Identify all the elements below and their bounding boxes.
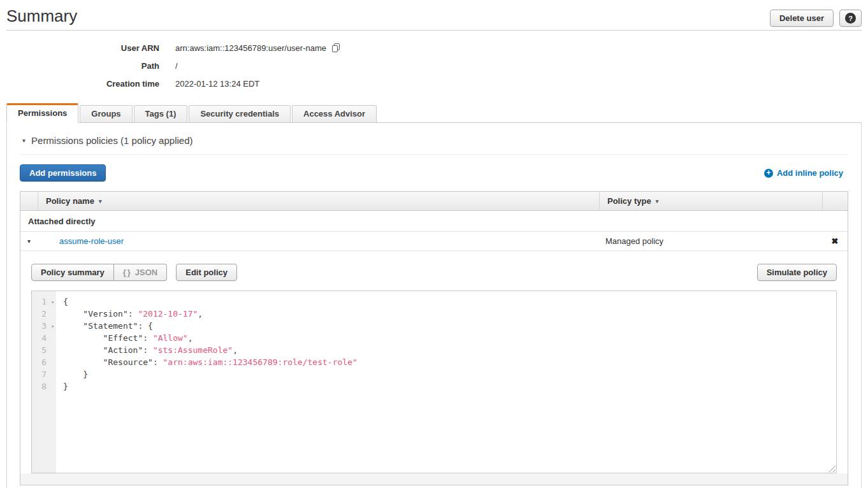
attached-directly-group-row: Attached directly — [20, 211, 848, 232]
gutter-line-3: 3▾ — [32, 320, 56, 332]
detail-label: User ARN — [0, 43, 159, 53]
fold-caret-icon[interactable]: ▾ — [51, 320, 54, 333]
help-button[interactable]: ? — [839, 10, 862, 27]
add-inline-policy-label: Add inline policy — [777, 168, 843, 178]
page-title: Summary — [6, 6, 77, 26]
delete-user-button[interactable]: Delete user — [770, 10, 834, 27]
remove-policy-x-icon[interactable]: ✖ — [832, 236, 839, 246]
tab-security-credentials[interactable]: Security credentials — [189, 105, 291, 123]
policy-name-column-header[interactable]: Policy name ▾ — [38, 192, 599, 210]
fold-caret-icon[interactable]: ▾ — [51, 296, 54, 308]
tab-access-advisor[interactable]: Access Advisor — [292, 105, 377, 123]
edit-policy-button[interactable]: Edit policy — [176, 264, 237, 281]
sort-caret-icon: ▾ — [656, 198, 659, 205]
json-button-label: JSON — [135, 268, 157, 277]
gutter-line-1: 1▾ — [32, 296, 56, 308]
code-line-5: "Action": "sts:AssumeRole", — [63, 344, 358, 356]
editor-resize-handle[interactable] — [827, 464, 835, 472]
plus-circle-icon: + — [764, 169, 773, 178]
code-line-6: "Resource": "arn:aws:iam::123456789:role… — [63, 356, 358, 368]
add-permissions-button[interactable]: Add permissions — [20, 164, 106, 182]
policy-json-editor[interactable]: 1▾23▾45678 { "Version": "2012-10-17", "S… — [31, 291, 837, 473]
simulate-policy-button[interactable]: Simulate policy — [757, 264, 837, 281]
gutter-line-6: 6 — [32, 356, 56, 368]
permissions-tab-panel: ▾ Permissions policies (1 policy applied… — [6, 123, 862, 488]
code-line-2: "Version": "2012-10-17", — [63, 308, 358, 320]
question-mark-icon: ? — [845, 13, 856, 24]
policy-action-cell: ✖ — [822, 236, 848, 246]
copy-icon[interactable] — [331, 43, 340, 53]
policy-toolbar: Add permissions + Add inline policy — [20, 164, 848, 182]
tab-bar: PermissionsGroupsTags (1)Security creden… — [6, 103, 862, 123]
detail-row: Path/ — [0, 57, 868, 75]
detail-label: Path — [0, 61, 159, 71]
editor-gutter: 1▾23▾45678 — [32, 291, 56, 473]
page-header: Summary Delete user ? — [0, 0, 868, 30]
detail-label: Creation time — [0, 79, 159, 89]
code-line-1: { — [63, 296, 358, 308]
policies-table-header: Policy name ▾ Policy type ▾ — [20, 192, 848, 211]
policy-table-row: ▾ assume-role-user Managed policy ✖ — [20, 232, 848, 251]
add-inline-policy-link[interactable]: + Add inline policy — [764, 168, 843, 178]
collapse-caret-icon: ▾ — [22, 137, 25, 144]
detail-value: arn:aws:iam::123456789:user/user-name — [175, 43, 326, 53]
detail-value: / — [175, 61, 178, 71]
policy-summary-button[interactable]: Policy summary — [31, 264, 114, 281]
tab-tags-1[interactable]: Tags (1) — [134, 105, 188, 123]
group-row-label: Attached directly — [28, 217, 95, 226]
braces-icon: {} — [123, 268, 132, 277]
permissions-policies-section-header[interactable]: ▾ Permissions policies (1 policy applied… — [20, 133, 848, 155]
sort-caret-icon: ▾ — [99, 198, 102, 205]
action-column-header — [822, 192, 848, 210]
header-divider — [6, 30, 862, 31]
user-details: User ARNarn:aws:iam::123456789:user/user… — [0, 39, 868, 92]
detail-row: User ARNarn:aws:iam::123456789:user/user… — [0, 39, 868, 57]
gutter-line-5: 5 — [32, 344, 56, 356]
expander-caret-icon: ▾ — [27, 238, 31, 245]
gutter-line-8: 8 — [32, 380, 56, 392]
gutter-line-7: 7 — [32, 368, 56, 380]
expanded-view-footer-strip — [20, 473, 848, 485]
section-title: Permissions policies (1 policy applied) — [31, 135, 192, 146]
editor-code: { "Version": "2012-10-17", "Statement": … — [56, 291, 358, 473]
policy-name-link[interactable]: assume-role-user — [59, 236, 124, 246]
policy-name-cell: assume-role-user — [38, 236, 599, 246]
json-view-button[interactable]: {} JSON — [114, 264, 168, 281]
policy-name-header-label: Policy name — [46, 196, 94, 206]
header-buttons: Delete user ? — [770, 10, 862, 27]
tab-permissions[interactable]: Permissions — [6, 103, 78, 123]
policy-type-header-label: Policy type — [607, 196, 651, 206]
detail-value: 2022-01-12 13:24 EDT — [175, 79, 259, 89]
policy-type-column-header[interactable]: Policy type ▾ — [599, 192, 822, 210]
expanded-policy-view: Policy summary {} JSON Edit policy Simul… — [20, 251, 848, 485]
policies-table: Policy name ▾ Policy type ▾ Attached dir… — [20, 191, 848, 485]
detail-row: Creation time2022-01-12 13:24 EDT — [0, 75, 868, 92]
code-line-3: "Statement": { — [63, 320, 358, 332]
policy-view-buttons: Policy summary {} JSON Edit policy Simul… — [31, 264, 837, 281]
code-line-8: } — [63, 380, 358, 392]
gutter-line-4: 4 — [32, 332, 56, 344]
expander-column-header — [20, 192, 38, 210]
tab-groups[interactable]: Groups — [80, 105, 132, 123]
policy-type-cell: Managed policy — [599, 236, 822, 246]
code-line-4: "Effect": "Allow", — [63, 332, 358, 344]
gutter-line-2: 2 — [32, 308, 56, 320]
code-line-7: } — [63, 368, 358, 380]
row-expander[interactable]: ▾ — [20, 238, 38, 245]
